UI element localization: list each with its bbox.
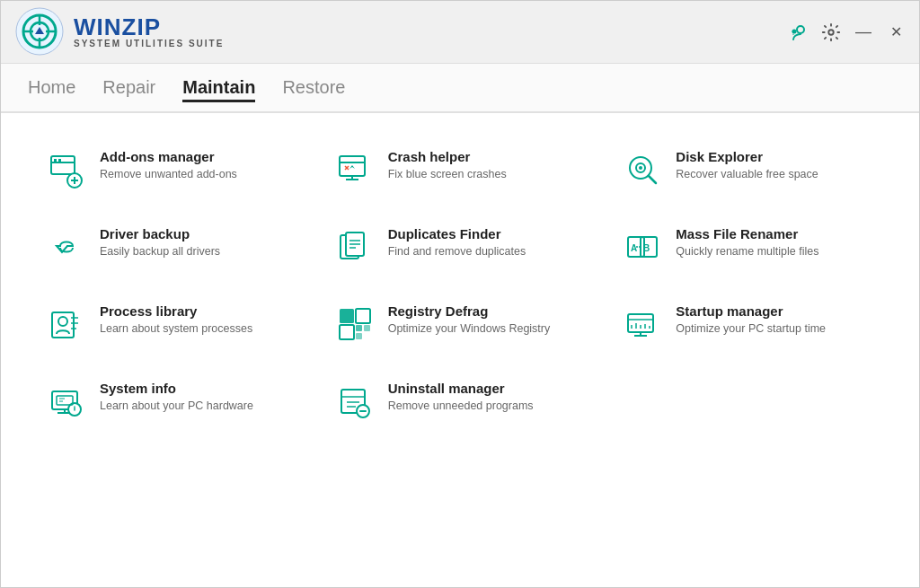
- system-info-text: System info Learn about your PC hardware: [100, 381, 298, 415]
- crash-helper-icon: [334, 149, 376, 190]
- tool-addons-manager[interactable]: Add-ons manager Remove unwanted add-ons: [37, 140, 307, 199]
- tool-disk-explorer[interactable]: Disk Explorer Recover valuable free spac…: [613, 140, 883, 199]
- svg-rect-52: [628, 314, 653, 332]
- logo-area: WINZIP SYSTEM UTILITIES SUITE: [15, 7, 224, 57]
- process-library-text: Process library Learn about system proce…: [100, 303, 298, 338]
- registry-defrag-title: Registry Defrag: [388, 303, 587, 319]
- svg-rect-50: [364, 325, 370, 331]
- tool-uninstall-manager[interactable]: Uninstall manager Remove unneeded progra…: [325, 372, 596, 431]
- tool-duplicates-finder[interactable]: Duplicates Finder Find and remove duplic…: [325, 217, 596, 276]
- startup-manager-title: Startup manager: [676, 303, 874, 319]
- mass-file-renamer-icon: A B: [622, 226, 663, 268]
- uninstall-manager-title: Uninstall manager: [388, 381, 587, 396]
- process-library-desc: Learn about system processes: [100, 321, 298, 338]
- driver-backup-icon: [46, 226, 87, 268]
- svg-rect-15: [58, 159, 61, 162]
- uninstall-manager-desc: Remove unneeded programs: [388, 399, 587, 415]
- tool-mass-file-renamer[interactable]: A B Mass File Renamer Quickly rename mul…: [613, 217, 883, 276]
- svg-rect-51: [356, 333, 362, 339]
- tool-crash-helper[interactable]: Crash helper Fix blue screen crashes: [325, 140, 596, 199]
- process-library-title: Process library: [100, 303, 298, 319]
- mass-file-renamer-desc: Quickly rename multiple files: [676, 244, 874, 260]
- svg-rect-14: [54, 159, 57, 162]
- nav-repair[interactable]: Repair: [102, 74, 155, 101]
- registry-defrag-desc: Optimize your Windows Registry: [388, 321, 587, 338]
- nav-maintain[interactable]: Maintain: [182, 74, 255, 102]
- startup-manager-icon: [622, 303, 663, 345]
- tool-system-info[interactable]: System info Learn about your PC hardware: [37, 372, 307, 431]
- logo-sub-label: SYSTEM UTILITIES SUITE: [74, 39, 224, 48]
- logo-winzip-label: WINZIP: [74, 15, 224, 39]
- addons-manager-text: Add-ons manager Remove unwanted add-ons: [100, 149, 298, 183]
- svg-line-28: [649, 176, 656, 183]
- svg-text:A: A: [631, 243, 637, 253]
- svg-text:?: ?: [792, 30, 795, 36]
- crash-helper-text: Crash helper Fix blue screen crashes: [388, 149, 587, 183]
- nav-bar: Home Repair Maintain Restore: [1, 64, 919, 113]
- main-content: Add-ons manager Remove unwanted add-ons: [1, 113, 919, 588]
- settings-icon[interactable]: [818, 20, 844, 45]
- addons-manager-icon: [46, 149, 87, 190]
- svg-rect-46: [340, 309, 354, 323]
- svg-point-42: [58, 317, 67, 326]
- tool-registry-defrag[interactable]: Registry Defrag Optimize your Windows Re…: [325, 294, 596, 354]
- tool-process-library[interactable]: Process library Learn about system proce…: [37, 294, 307, 354]
- svg-rect-47: [356, 309, 370, 323]
- crash-helper-title: Crash helper: [388, 149, 587, 164]
- process-library-icon: [46, 303, 87, 345]
- disk-explorer-title: Disk Explorer: [676, 149, 874, 164]
- uninstall-manager-text: Uninstall manager Remove unneeded progra…: [388, 381, 587, 415]
- winzip-logo-icon: [15, 7, 65, 57]
- nav-restore[interactable]: Restore: [282, 74, 345, 101]
- system-info-title: System info: [100, 381, 298, 396]
- svg-rect-49: [356, 325, 362, 331]
- driver-backup-text: Driver backup Easily backup all drivers: [100, 226, 298, 260]
- system-info-icon: [46, 381, 87, 422]
- minimize-button[interactable]: —: [851, 20, 876, 45]
- title-bar: WINZIP SYSTEM UTILITIES SUITE ? — ✕: [1, 1, 919, 64]
- driver-backup-desc: Easily backup all drivers: [100, 244, 298, 260]
- svg-rect-48: [340, 325, 354, 339]
- tool-driver-backup[interactable]: Driver backup Easily backup all drivers: [37, 217, 307, 276]
- svg-text:B: B: [643, 243, 650, 253]
- close-button[interactable]: ✕: [883, 20, 908, 45]
- tools-grid: Add-ons manager Remove unwanted add-ons: [37, 140, 883, 431]
- svg-point-11: [828, 30, 834, 35]
- driver-backup-title: Driver backup: [100, 226, 298, 241]
- disk-explorer-text: Disk Explorer Recover valuable free spac…: [676, 149, 874, 183]
- system-info-desc: Learn about your PC hardware: [100, 399, 298, 415]
- crash-helper-desc: Fix blue screen crashes: [388, 167, 587, 183]
- duplicates-finder-title: Duplicates Finder: [388, 226, 587, 241]
- svg-point-67: [74, 406, 75, 408]
- disk-explorer-icon: [622, 149, 663, 190]
- registry-defrag-text: Registry Defrag Optimize your Windows Re…: [388, 303, 587, 338]
- disk-explorer-desc: Recover valuable free space: [676, 167, 874, 183]
- window-controls: ? — ✕: [786, 20, 908, 45]
- startup-manager-desc: Optimize your PC startup time: [676, 321, 874, 338]
- mass-file-renamer-text: Mass File Renamer Quickly rename multipl…: [676, 226, 874, 260]
- tool-startup-manager[interactable]: Startup manager Optimize your PC startup…: [613, 294, 883, 354]
- registry-defrag-icon: [334, 303, 376, 345]
- svg-point-29: [639, 166, 642, 170]
- duplicates-finder-text: Duplicates Finder Find and remove duplic…: [388, 226, 587, 260]
- svg-point-8: [797, 26, 804, 33]
- help-user-icon[interactable]: ?: [786, 20, 811, 45]
- uninstall-manager-icon: [334, 381, 376, 422]
- duplicates-finder-desc: Find and remove duplicates: [388, 244, 587, 260]
- svg-rect-68: [57, 396, 73, 405]
- addons-manager-desc: Remove unwanted add-ons: [100, 167, 298, 183]
- mass-file-renamer-title: Mass File Renamer: [676, 226, 874, 241]
- startup-manager-text: Startup manager Optimize your PC startup…: [676, 303, 874, 338]
- duplicates-finder-icon: [334, 226, 376, 268]
- logo-text: WINZIP SYSTEM UTILITIES SUITE: [74, 15, 224, 48]
- addons-manager-title: Add-ons manager: [100, 149, 298, 164]
- nav-home[interactable]: Home: [28, 74, 75, 101]
